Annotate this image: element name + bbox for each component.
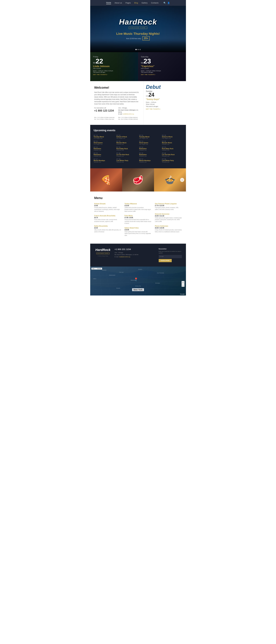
footer-logo: HardRock CHICAGO CAFE © 2016 | Privacy P… <box>94 248 112 256</box>
map-zoom-out[interactable]: − <box>182 284 184 287</box>
map-label-2: Fort Lee <box>119 272 124 273</box>
welcome-title: Welcome! <box>94 86 139 90</box>
list-item: Our Famous Prawn Linguine £7.75 / £13.50… <box>155 203 182 210</box>
debut-date: 02/24 <box>146 92 184 98</box>
list-item: 02 / 18 School of Rock Las Vegas Live <box>116 134 137 139</box>
food-gallery: 🍕 🥩 🍲 › <box>90 168 186 192</box>
list-item: 03 / 25 Let The Kids Rock Orlando Live <box>162 152 182 157</box>
list-item: 02 / 10 Tuesday Blend Las Vegas Live <box>94 134 114 139</box>
menu-section: Menu Artisan Breads £3.95 Freshly baked … <box>90 192 186 244</box>
list-item: 03 / 28 Last Winter Party Tenerife Live <box>162 158 182 163</box>
footer-address: USA - Chicago, 901 East E Street, Wilmin… <box>115 252 156 258</box>
debut-band-name: "Sunny Guys" <box>146 98 184 100</box>
debut-info: Doors — 8:00 pmShow: 8:30 pmThis event i… <box>146 101 184 108</box>
hours-kitchen: Mon - Fri 11:30am–22:00pm (kitchen)Sat -… <box>118 116 139 120</box>
hero-section: HardRock CHICAGO CAFE Live Music Thursda… <box>90 6 186 52</box>
list-item: 03 / 22 Rock Baby Rock Orlando Live <box>162 146 182 151</box>
nav-gallery[interactable]: Gallery <box>142 2 148 4</box>
dot-1[interactable] <box>135 49 137 50</box>
footer-brand-sub: CHICAGO CAFE <box>96 252 110 254</box>
list-item: 02 / 12 Street Queen Las Vegas Live <box>94 140 114 145</box>
footer: HardRock CHICAGO CAFE © 2016 | Privacy P… <box>90 244 186 266</box>
contact-block: For reservations call +1 800 123 1234 US… <box>94 107 139 115</box>
map-pin: 📍 <box>134 278 138 282</box>
map-map-btn[interactable]: Map <box>92 268 95 269</box>
newsletter-email-input[interactable] <box>159 255 182 258</box>
footer-copyright: © 2016 | Privacy Policy <box>94 256 112 256</box>
friday-bg-deco <box>116 52 138 81</box>
list-item: 02 / 22 Rock Baby Rock Orlando Live <box>116 146 137 151</box>
user-icon[interactable]: 👤 <box>167 2 170 4</box>
map-zoom-controls: + − <box>182 281 184 287</box>
debut-title: Debut <box>146 84 184 90</box>
list-item: Penne Carbonara £6.50 / £10.95 Crispy ch… <box>155 225 182 233</box>
list-item: 02 / 14 Rebelution Orlando Live <box>94 146 114 151</box>
phone-number: +1 800 123 1234 <box>94 109 115 112</box>
list-item: Italian Bruschetta £5.50 Silky smooth ch… <box>94 225 121 233</box>
upcoming-section: Upcoming events 02 / 10 Tuesday Blend La… <box>90 125 186 168</box>
subscribe-button[interactable]: SUBSCRIBE <box>159 259 172 262</box>
email-link[interactable]: mail@demolink.org <box>123 113 134 115</box>
upcoming-title: Upcoming events <box>94 129 182 132</box>
saturday-date: 02/23 <box>141 58 183 64</box>
age-badge: 20+ <box>142 36 150 40</box>
hours-block: Mon - Fri 11:30am–03:00pm (main bar)Sat … <box>94 116 139 120</box>
newsletter-title: Newsletter <box>159 248 182 250</box>
menu-col-3: Our Famous Prawn Linguine £7.75 / £13.50… <box>155 203 182 239</box>
list-item: Crab & Avocado Bruschetta £6.70 Fresh wh… <box>94 215 121 222</box>
newsletter-desc: Enter your email here to receive our new… <box>159 250 182 254</box>
saturday-tickets-link[interactable]: GET THE TICKETS › <box>141 74 183 75</box>
list-item: 02 / 17 Martini Mondays Tenerife Live <box>94 158 114 163</box>
nav-pages[interactable]: Pages <box>125 2 131 4</box>
list-item: 03 / 18 School of Rock Las Vegas Live <box>162 134 182 139</box>
saturday-details: Doors — 8:00 pm / Show: 8:30 pmThis even… <box>141 70 183 73</box>
map-label-10: Jersey City <box>135 285 141 287</box>
dot-2[interactable] <box>137 49 139 50</box>
list-item: 03 / 15 Rebelution Orlando Live <box>139 152 160 157</box>
events-grid: 02 / 10 Tuesday Blend Las Vegas Live 02 … <box>94 134 182 164</box>
address-text: 901 East E Street, Wilmington, CA 90744 … <box>118 109 139 115</box>
debut-tickets-link[interactable]: GET THE TICKETS › <box>146 108 184 110</box>
nav-contacts[interactable]: Contacts <box>151 2 159 4</box>
hero-dots <box>135 49 141 50</box>
footer-contact: +1 800 231 1234 USA - Chicago, 901 East … <box>115 248 156 258</box>
menu-title: Menu <box>94 196 182 200</box>
saturday-type: rock concert <box>141 68 183 69</box>
menu-col-1: Artisan Breads £3.95 Freshly baked focac… <box>94 203 121 239</box>
footer-phone: +1 800 231 1234 <box>115 248 156 250</box>
welcome-section: Welcome! Hard Rock Cafe offers rock star… <box>90 81 186 125</box>
list-item: 02 / 15 Rebelution Orlando Live <box>94 152 114 157</box>
nav-about[interactable]: About us <box>115 2 122 4</box>
footer-brand-name: HardRock <box>94 248 112 252</box>
map-label-4: New Rochelle <box>157 272 164 274</box>
map-zoom-in[interactable]: + <box>182 281 184 284</box>
gallery-next-arrow[interactable]: › <box>180 178 184 182</box>
welcome-left: Welcome! Hard Rock Cafe offers rock star… <box>90 81 143 125</box>
map-section: Map | Satellite Paramus Fort Lee Yonkers… <box>90 266 186 296</box>
map-controls[interactable]: Map | Satellite <box>91 268 102 270</box>
nav-blog[interactable]: Blog <box>134 2 138 4</box>
contact-address-block: USA - Chicago, 901 East E Street, Wilmin… <box>118 107 139 115</box>
google-logo: Google <box>180 293 185 295</box>
list-item: Italian Steak Frites £15.95 Flash grille… <box>125 227 151 236</box>
search-icon[interactable]: 🔍 <box>163 2 166 4</box>
list-item: Frito Misto £7.95 / £4.95 Mixed seasonal… <box>125 215 151 224</box>
dot-3[interactable] <box>140 49 141 50</box>
footer-email-link[interactable]: mail@demolink.org <box>119 256 130 258</box>
events-col-1: 02 / 10 Tuesday Blend Las Vegas Live 02 … <box>94 134 114 164</box>
list-item: 03 / 12 Street Queen Las Vegas Live <box>139 140 160 145</box>
list-item: 03 / 17 Martini Mondays Tenerife Live <box>139 158 160 163</box>
address-label: USA - Chicago, <box>118 107 139 109</box>
hero-logo: HardRock CHICAGO CAFE <box>119 18 157 29</box>
map-label-3: Yonkers <box>138 269 142 270</box>
tagline-main: Live Music Thursday Nights! <box>116 32 160 36</box>
main-nav: Home About us Pages Blog Gallery Contact… <box>90 0 186 6</box>
footer-newsletter: Newsletter Enter your email here to rece… <box>159 248 182 262</box>
list-item: 03 / 10 Tuesday Blend Las Vegas Live <box>139 134 160 139</box>
map-satellite-btn[interactable]: Satellite <box>97 268 101 269</box>
map-label-6: Clifton <box>93 278 96 280</box>
events-col-4: 03 / 18 School of Rock Las Vegas Live 03… <box>162 134 182 164</box>
menu-col-2: Turkey Milanese £13.50 Stuffed with pros… <box>125 203 151 239</box>
nav-home[interactable]: Home <box>106 2 111 4</box>
menu-grid: Artisan Breads £3.95 Freshly baked focac… <box>94 203 182 239</box>
